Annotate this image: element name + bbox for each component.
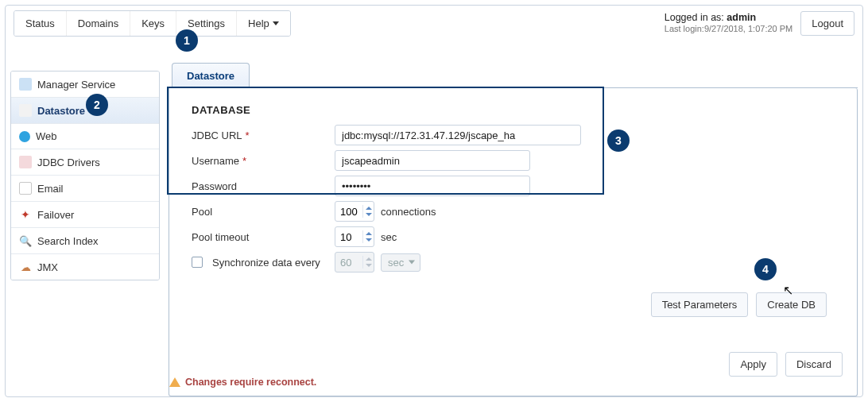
sidebar-item-web[interactable]: Web <box>11 124 159 149</box>
nav-keys[interactable]: Keys <box>130 11 176 36</box>
logged-in-user: admin <box>727 12 756 23</box>
top-nav: Status Domains Keys Settings Help <box>14 10 291 37</box>
username-label: Username <box>192 155 239 167</box>
pool-timeout-label: Pool timeout <box>192 231 249 243</box>
sidebar-item-email[interactable]: Email <box>11 176 159 202</box>
password-input[interactable] <box>335 176 530 196</box>
nav-label: Domains <box>78 17 118 29</box>
sidebar-item-label: Failover <box>37 209 74 221</box>
sync-unit-label: sec <box>388 257 404 269</box>
sidebar-item-datastore[interactable]: Datastore <box>11 98 159 124</box>
failover-icon: ✦ <box>19 208 32 221</box>
spinner-arrows[interactable] <box>362 230 374 243</box>
sidebar-item-label: JDBC Drivers <box>37 157 100 168</box>
test-parameters-button[interactable]: Test Parameters <box>651 292 749 317</box>
sync-unit-select: sec <box>381 253 420 272</box>
button-label: Discard <box>796 358 831 370</box>
globe-icon <box>19 131 30 142</box>
last-login-label: Last login: <box>665 24 704 33</box>
sidebar-item-jmx[interactable]: ☁JMX <box>11 254 159 280</box>
pool-timeout-unit: sec <box>381 231 397 243</box>
datastore-icon <box>19 104 32 117</box>
logged-in-label: Logged in as: <box>665 12 724 23</box>
sync-interval-spinner <box>335 252 374 273</box>
sync-label: Synchronize data every <box>212 257 320 269</box>
spinner-arrows <box>362 256 374 269</box>
login-info: Logged in as: admin Last login:9/27/2018… <box>665 11 854 36</box>
datastore-panel: DATABASE JDBC URL* Username* Password <box>169 88 858 396</box>
sidebar-item-label: JMX <box>37 261 58 273</box>
create-db-button[interactable]: Create DB <box>756 292 827 317</box>
manager-service-icon <box>19 78 32 91</box>
sidebar-item-label: Manager Service <box>37 79 115 91</box>
required-marker: * <box>246 129 250 141</box>
tab-datastore[interactable]: Datastore <box>172 63 250 88</box>
reconnect-warning: Changes require reconnect. <box>169 377 316 388</box>
settings-sidebar: Manager Service Datastore Web JDBC Drive… <box>10 71 160 280</box>
last-login-value: 9/27/2018, 1:07:20 PM <box>704 24 792 33</box>
nav-settings[interactable]: Settings <box>176 11 236 36</box>
nav-domains[interactable]: Domains <box>66 11 130 36</box>
sidebar-item-failover[interactable]: ✦Failover <box>11 202 159 228</box>
jdbc-drivers-icon <box>19 156 32 168</box>
password-label: Password <box>192 180 237 192</box>
spinner-arrows[interactable] <box>362 205 374 218</box>
button-label: Create DB <box>767 299 816 311</box>
jdbc-url-label: JDBC URL <box>192 129 242 141</box>
discard-button[interactable]: Discard <box>785 352 843 377</box>
warning-text: Changes require reconnect. <box>185 377 316 388</box>
logout-label: Logout <box>812 17 843 29</box>
sidebar-item-label: Web <box>36 130 57 142</box>
pool-timeout-spinner[interactable] <box>335 226 374 247</box>
apply-button[interactable]: Apply <box>729 352 777 377</box>
chevron-down-icon <box>273 21 279 25</box>
sidebar-item-label: Datastore <box>37 105 85 117</box>
pool-label: Pool <box>192 206 212 218</box>
sync-interval-value <box>335 256 362 269</box>
nav-label: Help <box>248 17 269 29</box>
tab-label: Datastore <box>187 70 234 82</box>
pool-timeout-value[interactable] <box>335 230 362 244</box>
envelope-icon <box>19 182 32 195</box>
warning-icon <box>169 377 180 387</box>
nav-label: Status <box>25 17 55 29</box>
cloud-icon: ☁ <box>19 261 32 273</box>
sidebar-item-label: Email <box>37 183 64 195</box>
button-label: Apply <box>740 358 766 370</box>
tab-bar: Datastore <box>169 61 858 88</box>
pool-spinner[interactable] <box>335 201 374 222</box>
sync-checkbox[interactable] <box>192 257 203 268</box>
nav-help[interactable]: Help <box>236 11 290 36</box>
jdbc-url-input[interactable] <box>335 125 581 145</box>
nav-status[interactable]: Status <box>14 11 66 36</box>
nav-label: Settings <box>188 17 225 29</box>
sidebar-item-manager-service[interactable]: Manager Service <box>11 72 159 98</box>
logout-button[interactable]: Logout <box>800 11 854 36</box>
pool-unit: connections <box>381 206 436 218</box>
sidebar-item-label: Search Index <box>37 235 99 247</box>
pool-value[interactable] <box>335 205 362 218</box>
required-marker: * <box>242 155 246 167</box>
username-input[interactable] <box>335 150 530 171</box>
search-icon: 🔍 <box>19 234 32 247</box>
nav-label: Keys <box>141 17 165 29</box>
sidebar-item-search-index[interactable]: 🔍Search Index <box>11 228 159 254</box>
section-title-database: DATABASE <box>192 104 841 116</box>
button-label: Test Parameters <box>662 299 738 311</box>
sidebar-item-jdbc-drivers[interactable]: JDBC Drivers <box>11 149 159 176</box>
